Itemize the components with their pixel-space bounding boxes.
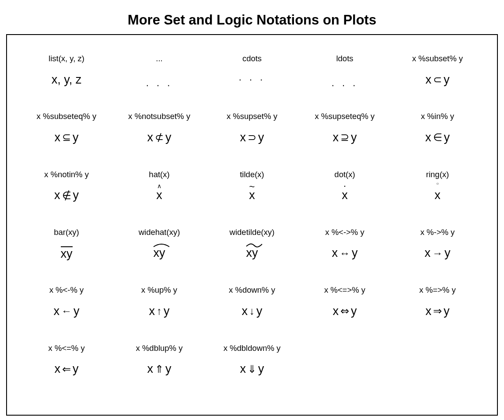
operator-icon: ∉: [62, 190, 71, 201]
operator-icon: ⊂: [433, 74, 442, 85]
notation-glyph: x⊇y: [333, 129, 357, 146]
glyph-base: xy: [246, 246, 258, 259]
glyph-y: y: [73, 189, 79, 201]
glyph-base: x: [434, 189, 441, 202]
glyph-y: y: [165, 132, 172, 144]
notation-label: hat(x): [149, 170, 169, 180]
operator-icon: ⊇: [340, 132, 349, 143]
operator-icon: ↑: [157, 306, 162, 316]
accent-glyph: ○x: [434, 189, 441, 201]
notation-label: x %supseteq% y: [315, 112, 375, 122]
notation-grid: list(x, y, z)x, y, z.... . .cdots· · ·ld…: [20, 54, 484, 402]
notation-glyph: x←y: [54, 302, 80, 320]
glyph-y: y: [444, 247, 451, 259]
notation-label: x %subset% y: [412, 54, 463, 64]
notation-cell: list(x, y, z)x, y, z: [20, 54, 113, 112]
operator-icon: ⇓: [248, 364, 256, 374]
notation-label: x %dbldown% y: [224, 344, 281, 354]
glyph-x: x: [332, 247, 338, 259]
notation-cell: x %<-% yx←y: [20, 286, 113, 343]
notation-cell: dot(x)·x: [298, 170, 391, 228]
glyph-x: x: [240, 132, 246, 144]
glyph-y: y: [444, 305, 450, 317]
notation-glyph: ∧x: [156, 187, 162, 204]
notation-glyph: x⊂y: [426, 71, 450, 88]
notation-cell: hat(x)∧x: [113, 170, 206, 228]
notation-label: x %up% y: [141, 286, 177, 295]
notation-glyph: x∈y: [425, 129, 450, 146]
glyph-text: x, y, z: [52, 74, 82, 86]
glyph-y: y: [258, 132, 264, 144]
notation-cell: x %<=>% yx⇔y: [298, 286, 391, 343]
widetilde-glyph: xy: [246, 247, 258, 259]
notation-cell: x %supseteq% yx⊇y: [298, 112, 391, 170]
glyph-x: x: [425, 132, 431, 144]
glyph-y: y: [165, 363, 172, 375]
accent-glyph: ·x: [342, 189, 348, 201]
notation-cell: x %=>% yx⇒y: [391, 286, 484, 343]
ldots-icon: . . .: [332, 78, 358, 88]
glyph-x: x: [426, 305, 432, 317]
widetilde-icon: [245, 242, 263, 248]
notation-label: dot(x): [334, 170, 355, 180]
notation-cell: tilde(x)~x: [206, 170, 298, 228]
notation-glyph: . . .: [146, 71, 173, 88]
notation-glyph: x⇓y: [240, 360, 264, 378]
notation-glyph: xy: [246, 245, 258, 262]
notation-glyph: x→y: [425, 245, 451, 262]
notation-cell: x %<=% yx⇐y: [20, 344, 113, 402]
notation-label: x %<=% y: [48, 344, 84, 354]
operator-icon: ⊄: [155, 132, 164, 143]
notation-label: x %notsubset% y: [128, 112, 190, 122]
glyph-x: x: [426, 74, 432, 86]
notation-glyph: xy: [61, 245, 73, 262]
ldots-icon: . . .: [146, 78, 173, 88]
glyph-x: x: [242, 305, 248, 317]
notation-label: x %<->% y: [325, 228, 364, 238]
glyph-base: x: [156, 189, 162, 202]
notation-glyph: x↔y: [332, 245, 358, 262]
accent-glyph: ~x: [249, 189, 255, 201]
notation-glyph: xy: [154, 245, 165, 262]
notation-glyph: x⊄y: [147, 129, 172, 146]
notation-cell: x %dblup% yx⇑y: [113, 344, 206, 402]
notation-glyph: x↑y: [149, 302, 170, 320]
glyph-x: x: [55, 132, 61, 144]
notation-cell: bar(xy)xy: [20, 228, 113, 286]
notation-cell: x %notin% yx∉y: [20, 170, 113, 228]
notation-cell: [298, 344, 391, 402]
glyph-y: y: [351, 305, 357, 317]
notation-glyph: · · ·: [239, 71, 266, 88]
operator-icon: →: [432, 248, 443, 259]
notation-label: x %down% y: [229, 286, 275, 295]
notation-glyph: ○x: [434, 187, 441, 204]
operator-icon: ⊆: [62, 132, 71, 143]
notation-label: ...: [156, 54, 162, 64]
notation-label: x %->% y: [420, 228, 455, 238]
glyph-x: x: [425, 247, 431, 259]
notation-cell: .... . .: [113, 54, 206, 112]
notation-cell: x %dbldown% yx⇓y: [206, 344, 298, 402]
glyph-y: y: [256, 305, 262, 317]
notation-label: x %=>% y: [419, 286, 455, 295]
notation-label: x %supset% y: [227, 112, 277, 122]
bar-glyph: xy: [61, 246, 73, 260]
notation-label: widetilde(xy): [230, 228, 275, 238]
notation-glyph: . . .: [332, 71, 358, 88]
notation-cell: widehat(xy)xy: [113, 228, 206, 286]
glyph-x: x: [240, 363, 246, 375]
operator-icon: ↔: [340, 248, 350, 259]
notation-cell: x %notsubset% yx⊄y: [113, 112, 206, 170]
glyph-x: x: [147, 132, 154, 144]
glyph-base: xy: [154, 246, 165, 259]
notation-label: tilde(x): [240, 170, 264, 180]
notation-panel: list(x, y, z)x, y, z.... . .cdots· · ·ld…: [6, 34, 498, 416]
notation-cell: widetilde(xy)xy: [206, 228, 298, 286]
operator-icon: ∈: [433, 132, 442, 143]
glyph-y: y: [444, 132, 450, 144]
notation-cell: x %->% yx→y: [391, 228, 484, 286]
glyph-y: y: [73, 363, 79, 375]
notation-cell: [391, 344, 484, 402]
glyph-x: x: [333, 132, 339, 144]
notation-cell: x %down% yx↓y: [206, 286, 298, 343]
